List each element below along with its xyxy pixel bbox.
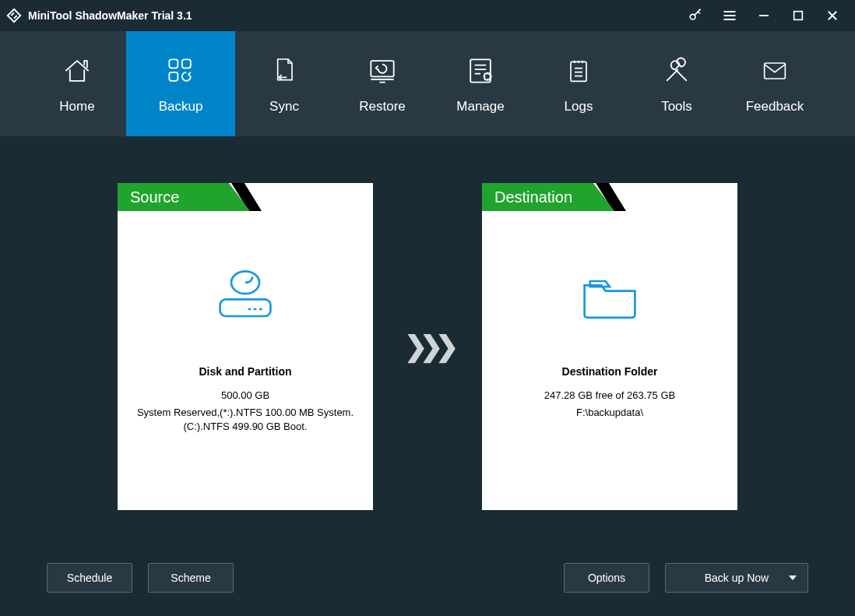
home-icon (60, 54, 94, 88)
source-panel[interactable]: Source Disk and Partition 500.00 GB Syst… (118, 183, 373, 510)
logs-icon (561, 54, 596, 88)
nav-feedback[interactable]: Feedback (726, 31, 824, 136)
nav-label: Home (59, 99, 94, 114)
nav-sync[interactable]: Sync (235, 31, 333, 136)
menu-icon[interactable] (721, 7, 738, 24)
svg-rect-8 (571, 62, 586, 81)
app-logo-icon (5, 6, 23, 25)
svg-rect-4 (169, 72, 178, 80)
manage-icon (463, 54, 498, 88)
feedback-icon (758, 54, 792, 88)
content-area: Source Disk and Partition 500.00 GB Syst… (0, 136, 855, 616)
nav-label: Restore (359, 99, 406, 114)
nav-label: Tools (661, 99, 692, 114)
nav-label: Feedback (746, 99, 804, 114)
nav-manage[interactable]: Manage (431, 31, 530, 136)
svg-rect-5 (371, 61, 393, 76)
svg-rect-9 (765, 63, 786, 79)
nav-label: Backup (159, 99, 203, 114)
maximize-button[interactable] (790, 7, 807, 24)
minimize-button[interactable] (755, 7, 772, 24)
source-size: 500.00 GB (133, 389, 357, 403)
destination-path: F:\backupdata\ (498, 406, 722, 420)
nav-home[interactable]: Home (28, 31, 126, 136)
source-heading: Disk and Partition (118, 365, 373, 378)
restore-icon (365, 54, 399, 88)
nav-label: Manage (456, 99, 504, 114)
close-button[interactable] (824, 7, 841, 24)
nav-logs[interactable]: Logs (530, 31, 628, 136)
svg-point-0 (690, 14, 695, 19)
scheme-button[interactable]: Scheme (148, 563, 234, 593)
destination-free: 247.28 GB free of 263.75 GB (498, 389, 722, 403)
bottom-button-row: Schedule Scheme Options Back up Now (47, 563, 808, 593)
sync-icon (267, 54, 301, 88)
options-button[interactable]: Options (564, 563, 649, 593)
nav-label: Sync (269, 99, 299, 114)
titlebar: MiniTool ShadowMaker Trial 3.1 (0, 0, 855, 31)
backup-icon (164, 54, 198, 88)
svg-rect-11 (220, 299, 271, 316)
folder-icon (482, 264, 737, 326)
dropdown-caret-icon (789, 576, 797, 580)
key-icon[interactable] (687, 7, 704, 24)
nav-backup[interactable]: Backup (126, 31, 235, 136)
destination-heading: Destination Folder (482, 365, 737, 378)
backup-now-label: Back up Now (705, 572, 769, 584)
nav-label: Logs (565, 99, 593, 114)
destination-tab-label: Destination (482, 183, 614, 211)
app-title: MiniTool ShadowMaker Trial 3.1 (28, 9, 192, 22)
backup-now-button[interactable]: Back up Now (665, 563, 808, 593)
schedule-button[interactable]: Schedule (47, 563, 132, 593)
svg-rect-3 (182, 59, 191, 68)
source-tab-label: Source (118, 183, 250, 211)
svg-rect-1 (794, 12, 803, 20)
destination-panel[interactable]: Destination Destination Folder 247.28 GB… (482, 183, 737, 510)
svg-rect-2 (169, 59, 178, 68)
nav-restore[interactable]: Restore (333, 31, 431, 136)
tools-icon (660, 54, 694, 88)
nav-tools[interactable]: Tools (628, 31, 726, 136)
arrow-chevrons-icon: ❯❯❯ (404, 330, 451, 363)
main-nav: Home Backup Sync Restore (0, 31, 855, 136)
source-detail: System Reserved,(*:).NTFS 100.00 MB Syst… (133, 406, 357, 434)
disk-icon (118, 264, 373, 326)
